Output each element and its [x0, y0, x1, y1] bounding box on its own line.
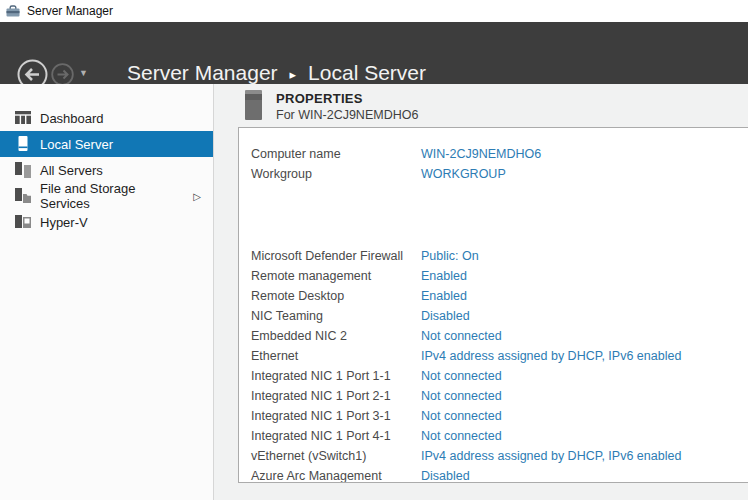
property-label: Workgroup — [251, 167, 421, 181]
property-label: Computer name — [251, 147, 421, 161]
property-row: Integrated NIC 1 Port 3-1 Not connected — [251, 406, 748, 426]
sidebar-item-dashboard[interactable]: Dashboard — [0, 105, 213, 131]
property-label: Ethernet — [251, 349, 421, 363]
property-value-link[interactable]: Public: On — [421, 249, 479, 263]
property-value-link[interactable]: Not connected — [421, 329, 502, 343]
breadcrumb-root[interactable]: Server Manager — [127, 61, 278, 85]
history-dropdown-caret-icon[interactable]: ▼ — [79, 68, 88, 78]
main-content: PROPERTIES For WIN-2CJ9NEMDHO6 Computer … — [214, 84, 748, 500]
server-manager-window: Server Manager ▼ Server Manager ▸ Local … — [0, 0, 748, 500]
properties-title: PROPERTIES — [276, 91, 363, 106]
sidebar-item-label: File and Storage Services — [40, 181, 184, 211]
property-label: Integrated NIC 1 Port 4-1 — [251, 429, 421, 443]
sidebar-item-all-servers[interactable]: All Servers — [0, 157, 213, 183]
property-value-link[interactable]: Not connected — [421, 369, 502, 383]
property-row: Integrated NIC 1 Port 4-1 Not connected — [251, 426, 748, 446]
property-row: Integrated NIC 1 Port 2-1 Not connected — [251, 386, 748, 406]
expand-chevron-icon[interactable]: ▷ — [193, 191, 201, 202]
sidebar-item-file-and-storage-services[interactable]: File and Storage Services ▷ — [0, 183, 213, 209]
property-row: Workgroup WORKGROUP — [251, 164, 748, 184]
server-icon — [14, 136, 31, 152]
property-value-link[interactable]: Not connected — [421, 429, 502, 443]
property-value-link[interactable]: WORKGROUP — [421, 167, 506, 181]
property-row: Azure Arc Management Disabled — [251, 466, 748, 483]
property-value-link[interactable]: Enabled — [421, 289, 467, 303]
property-row: Computer name WIN-2CJ9NEMDHO6 — [251, 144, 748, 164]
navigation-bar: ▼ Server Manager ▸ Local Server — [0, 22, 748, 84]
property-label: Integrated NIC 1 Port 2-1 — [251, 389, 421, 403]
property-label: vEthernet (vSwitch1) — [251, 449, 421, 463]
property-row: Microsoft Defender Firewall Public: On — [251, 246, 748, 266]
property-label: Integrated NIC 1 Port 3-1 — [251, 409, 421, 423]
properties-panel: Computer name WIN-2CJ9NEMDHO6 Workgroup … — [238, 127, 748, 483]
property-row: Embedded NIC 2 Not connected — [251, 326, 748, 346]
property-value-link[interactable]: Not connected — [421, 409, 502, 423]
property-value-link[interactable]: Not connected — [421, 389, 502, 403]
hyper-v-icon — [14, 215, 31, 230]
property-label: Embedded NIC 2 — [251, 329, 421, 343]
server-manager-app-icon — [5, 3, 21, 19]
all-servers-icon — [14, 162, 31, 178]
file-storage-icon — [14, 188, 31, 204]
property-label: Remote Desktop — [251, 289, 421, 303]
properties-status-group: Microsoft Defender Firewall Public: On R… — [251, 246, 748, 483]
property-row: Remote Desktop Enabled — [251, 286, 748, 306]
property-value-link[interactable]: Enabled — [421, 269, 467, 283]
sidebar: Dashboard Local Server All Servers — [0, 84, 214, 500]
properties-tile-icon — [245, 90, 262, 120]
property-label: Azure Arc Management — [251, 469, 421, 483]
sidebar-item-local-server[interactable]: Local Server — [0, 131, 213, 157]
property-value-link[interactable]: IPv4 address assigned by DHCP, IPv6 enab… — [421, 449, 681, 463]
window-title: Server Manager — [27, 4, 113, 18]
property-label: Microsoft Defender Firewall — [251, 249, 421, 263]
property-value-link[interactable]: Disabled — [421, 469, 470, 483]
properties-group-gap — [251, 184, 748, 246]
breadcrumb: Server Manager ▸ Local Server — [127, 61, 426, 85]
property-label: NIC Teaming — [251, 309, 421, 323]
title-bar: Server Manager — [0, 0, 748, 22]
property-row: vEthernet (vSwitch1) IPv4 address assign… — [251, 446, 748, 466]
properties-general-group: Computer name WIN-2CJ9NEMDHO6 Workgroup … — [251, 144, 748, 184]
properties-subtitle: For WIN-2CJ9NEMDHO6 — [276, 108, 418, 122]
property-row: Ethernet IPv4 address assigned by DHCP, … — [251, 346, 748, 366]
sidebar-item-label: Hyper-V — [40, 215, 88, 230]
sidebar-item-hyper-v[interactable]: Hyper-V — [0, 209, 213, 235]
sidebar-item-label: All Servers — [40, 163, 103, 178]
property-row: Remote management Enabled — [251, 266, 748, 286]
property-row: Integrated NIC 1 Port 1-1 Not connected — [251, 366, 748, 386]
sidebar-item-label: Dashboard — [40, 111, 104, 126]
property-row: NIC Teaming Disabled — [251, 306, 748, 326]
breadcrumb-separator-icon: ▸ — [290, 67, 297, 82]
breadcrumb-current[interactable]: Local Server — [308, 61, 426, 85]
sidebar-item-label: Local Server — [40, 137, 113, 152]
property-value-link[interactable]: Disabled — [421, 309, 470, 323]
property-value-link[interactable]: WIN-2CJ9NEMDHO6 — [421, 147, 541, 161]
property-label: Integrated NIC 1 Port 1-1 — [251, 369, 421, 383]
property-value-link[interactable]: IPv4 address assigned by DHCP, IPv6 enab… — [421, 349, 681, 363]
dashboard-icon — [14, 111, 31, 125]
property-label: Remote management — [251, 269, 421, 283]
